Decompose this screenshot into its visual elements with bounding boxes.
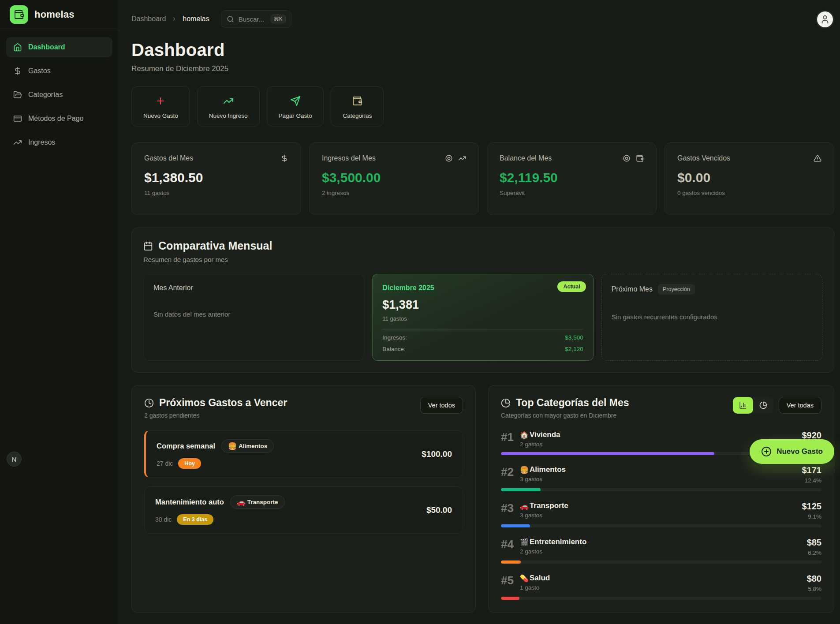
stat-title: Gastos del Mes	[144, 154, 193, 162]
trending-up-icon[interactable]	[458, 154, 466, 162]
month-row-value: $2,120	[565, 346, 583, 352]
sidebar-item-label: Gastos	[28, 67, 51, 75]
category-bar	[501, 524, 530, 527]
sidebar-item-categorias[interactable]: Categorías	[6, 85, 112, 105]
search-input[interactable]: Buscar... ⌘K	[221, 10, 291, 28]
trending-up-icon	[223, 96, 234, 106]
category-emoji: 🍔	[228, 442, 237, 450]
nuevo-gasto-fab[interactable]: Nuevo Gasto	[750, 439, 834, 464]
category-amount: $125	[802, 501, 822, 512]
category-row: #3 🚗Transporte 3 gastos $125 9.1%	[501, 501, 821, 527]
stat-cards: Gastos del Mes $1,380.50 11 gastos Ingre…	[131, 142, 834, 215]
fab-label: Nuevo Gasto	[777, 447, 823, 456]
month-title: Mes Anterior	[153, 284, 354, 292]
page-subtitle: Resumen de Diciembre 2025	[131, 64, 834, 73]
send-icon	[290, 96, 301, 106]
nextjs-dev-badge[interactable]: N	[7, 452, 22, 467]
due-badge: En 3 días	[177, 514, 213, 525]
panel-subtitle: Categorías con mayor gasto en Diciembre	[501, 412, 629, 419]
sidebar-item-metodos-de-pago[interactable]: Métodos de Pago	[6, 108, 112, 129]
due-badge: Hoy	[178, 458, 201, 469]
category-emoji: 💊	[520, 574, 529, 583]
quick-action-nuevo-ingreso[interactable]: Nuevo Ingreso	[197, 86, 260, 127]
quick-actions: Nuevo Gasto Nuevo Ingreso Pagar Gasto Ca…	[131, 86, 834, 127]
category-amount: $85	[807, 538, 821, 548]
bar-chart-toggle[interactable]	[733, 397, 753, 414]
stat-card-balance-del-mes: Balance del Mes $2,119.50 Superávit	[487, 142, 657, 215]
upcoming-item[interactable]: Mantenimiento auto 🚗 Transporte 30 dic E…	[144, 486, 463, 534]
expense-name: Mantenimiento auto	[155, 498, 224, 506]
stat-card-gastos-del-mes: Gastos del Mes $1,380.50 11 gastos	[131, 142, 301, 215]
wallet-icon	[352, 96, 362, 106]
quick-action-label: Nuevo Ingreso	[209, 112, 248, 119]
quick-action-categorias[interactable]: Categorías	[331, 86, 384, 127]
sidebar-item-dashboard[interactable]: Dashboard	[6, 37, 112, 57]
category-bar-track	[501, 597, 821, 600]
sidebar-item-ingresos[interactable]: Ingresos	[6, 132, 112, 153]
category-name: Alimentos	[239, 443, 267, 449]
ver-todas-button[interactable]: Ver todas	[779, 397, 821, 414]
ver-todos-button[interactable]: Ver todos	[420, 397, 463, 414]
category-row: #4 🎬Entretenimiento 2 gastos $85 6.2%	[501, 538, 821, 564]
month-card-actual: Diciembre 2025 Actual $1,381 11 gastos I…	[372, 274, 593, 361]
pie-chart-icon	[501, 398, 511, 408]
stat-title: Balance del Mes	[500, 154, 552, 162]
stat-caption: 11 gastos	[144, 190, 288, 196]
month-total: $1,381	[382, 298, 583, 312]
calendar-icon	[143, 241, 153, 251]
pie-chart-toggle[interactable]	[753, 397, 773, 414]
category-bar	[501, 560, 521, 564]
search-placeholder: Buscar...	[239, 15, 266, 23]
category-emoji: 🎬	[520, 538, 529, 546]
panel-title: Próximos Gastos a Vencer	[159, 397, 287, 409]
category-name: Alimentos	[530, 465, 566, 474]
quick-action-label: Pagar Gasto	[279, 112, 312, 119]
sidebar-item-gastos[interactable]: Gastos	[6, 61, 112, 81]
category-name: Transporte	[530, 501, 568, 510]
rank-label: #4	[501, 538, 514, 556]
upcoming-item[interactable]: Compra semanal 🍔 Alimentos 27 dic Hoy	[144, 430, 463, 478]
visibility-icon[interactable]	[623, 154, 631, 162]
breadcrumb-parent[interactable]: Dashboard	[131, 15, 166, 23]
month-card-anterior: Mes Anterior Sin datos del mes anterior	[143, 274, 364, 361]
panel-title: Top Categorías del Mes	[516, 397, 629, 409]
quick-action-label: Nuevo Gasto	[143, 112, 178, 119]
stat-value: $3,500.00	[322, 170, 466, 185]
alert-triangle-icon	[814, 154, 821, 162]
category-row: #2 🍔Alimentos 3 gastos $171 12.4%	[501, 465, 821, 491]
actual-badge: Actual	[557, 281, 586, 292]
month-count: 11 gastos	[382, 315, 583, 322]
stat-title: Ingresos del Mes	[322, 154, 376, 162]
house-icon	[13, 43, 22, 52]
category-count: 1 gasto	[520, 584, 550, 591]
month-row-label: Ingresos:	[382, 334, 407, 341]
due-date: 27 dic	[157, 460, 173, 467]
month-card-proximo: Próximo Mes Proyección Sin gastos recurr…	[601, 274, 822, 361]
sidebar-item-label: Ingresos	[28, 138, 55, 146]
quick-action-nuevo-gasto[interactable]: Nuevo Gasto	[131, 86, 190, 127]
category-bar-track	[501, 524, 821, 527]
dollar-icon	[280, 154, 288, 162]
expense-amount: $50.00	[426, 505, 452, 515]
panel-subtitle: Resumen de gastos por mes	[143, 256, 822, 263]
expense-name: Compra semanal	[157, 442, 215, 450]
month-row-value: $3,500	[565, 334, 583, 341]
comparativa-mensual-panel: Comparativa Mensual Resumen de gastos po…	[131, 228, 834, 373]
month-title: Diciembre 2025	[382, 284, 583, 292]
quick-action-pagar-gasto[interactable]: Pagar Gasto	[267, 86, 324, 127]
category-row: #5 💊Salud 1 gasto $80 5.8%	[501, 574, 821, 600]
wallet-icon[interactable]	[636, 154, 644, 162]
stat-value: $2,119.50	[500, 170, 644, 185]
visibility-icon[interactable]	[445, 154, 453, 162]
dollar-icon	[13, 67, 22, 75]
brand[interactable]: homelas	[0, 0, 119, 29]
category-pill: 🍔 Alimentos	[221, 439, 274, 453]
category-name: Transporte	[247, 499, 278, 505]
category-pill: 🚗 Transporte	[230, 495, 285, 509]
panel-title: Comparativa Mensual	[158, 239, 272, 252]
category-percent: 5.8%	[807, 586, 821, 592]
search-shortcut: ⌘K	[271, 15, 286, 23]
sidebar-item-label: Dashboard	[28, 43, 65, 51]
due-date: 30 dic	[155, 516, 172, 523]
user-avatar[interactable]	[816, 10, 834, 29]
